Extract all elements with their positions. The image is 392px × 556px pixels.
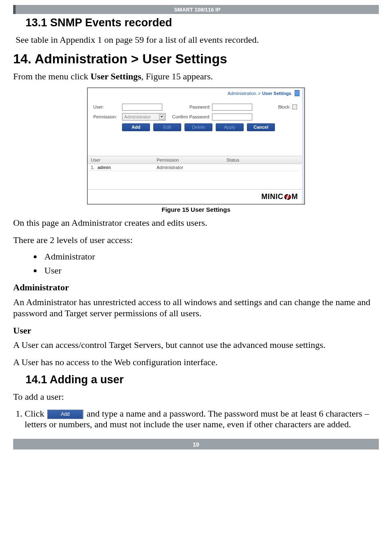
add-button-inline[interactable]: Add bbox=[47, 410, 83, 419]
permission-select-value: Administrator bbox=[124, 114, 151, 119]
minicom-logo: MINIC M bbox=[261, 192, 298, 201]
paragraph-two-levels: There are 2 levels of user access: bbox=[13, 234, 379, 246]
table-row[interactable]: 1. admin Administrator bbox=[88, 164, 299, 171]
paragraph-administrator-desc: An Administrator has unrestricted access… bbox=[13, 297, 379, 319]
list-item-user: User bbox=[42, 265, 379, 276]
edit-button[interactable]: Edit bbox=[153, 123, 181, 131]
block-label: Block: bbox=[278, 104, 291, 109]
access-levels-list: Administrator User bbox=[42, 251, 379, 276]
figure-15-caption: Figure 15 User Settings bbox=[161, 206, 231, 213]
subheading-administrator: Administrator bbox=[13, 282, 379, 293]
user-table-header: User Permission Status bbox=[88, 156, 302, 164]
footer-banner: 19 bbox=[13, 439, 379, 449]
password-label: Password: bbox=[189, 104, 210, 109]
paragraph-from-menu-c: , Figure 15 appears. bbox=[141, 71, 213, 81]
add-button[interactable]: Add bbox=[122, 123, 150, 131]
column-user: User bbox=[88, 156, 153, 164]
permission-select[interactable]: Administrator bbox=[122, 113, 166, 120]
breadcrumb-user-settings: User Settings bbox=[262, 91, 291, 96]
user-label: User: bbox=[93, 104, 120, 109]
row-username: admin bbox=[97, 165, 111, 170]
row-index: 1. bbox=[91, 165, 95, 170]
column-permission: Permission bbox=[153, 156, 223, 164]
breadcrumb-separator: > bbox=[258, 91, 261, 96]
heading-14-1: 14.1 Adding a user bbox=[25, 373, 379, 386]
breadcrumb-icon bbox=[295, 90, 300, 96]
user-input[interactable] bbox=[122, 104, 162, 111]
logo-icon bbox=[284, 194, 291, 200]
password-input[interactable] bbox=[212, 104, 252, 111]
subheading-user: User bbox=[13, 325, 379, 336]
paragraph-from-menu-b: User Settings bbox=[90, 71, 141, 81]
cancel-button[interactable]: Cancel bbox=[247, 123, 275, 131]
block-checkbox[interactable] bbox=[292, 104, 297, 109]
add-user-steps: Click Add and type a name and a password… bbox=[13, 408, 379, 430]
paragraph-see-table: See table in Appendix 1 on page 59 for a… bbox=[16, 34, 379, 46]
page-number: 19 bbox=[193, 441, 199, 448]
confirm-password-input[interactable] bbox=[212, 114, 252, 120]
svg-marker-0 bbox=[160, 116, 163, 118]
step-1: Click Add and type a name and a password… bbox=[25, 408, 379, 430]
header-banner-text: SMART 108/116 IP bbox=[174, 7, 221, 13]
heading-14: 14. Administration > User Settings bbox=[13, 51, 379, 67]
paragraph-user-desc-2: A User has no access to the Web configur… bbox=[13, 357, 379, 368]
row-status bbox=[223, 164, 299, 171]
logo-part-b: M bbox=[292, 192, 298, 201]
heading-13-1: 13.1 SNMP Events recorded bbox=[25, 16, 379, 29]
breadcrumb-administration[interactable]: Administration bbox=[228, 91, 256, 96]
paragraph-user-desc-1: A User can access/control Target Servers… bbox=[13, 339, 379, 351]
apply-button[interactable]: Apply bbox=[216, 123, 244, 131]
chevron-down-icon bbox=[159, 114, 164, 120]
list-item-administrator: Administrator bbox=[42, 251, 379, 262]
paragraph-from-menu: From the menu click User Settings, Figur… bbox=[13, 71, 379, 82]
delete-button[interactable]: Delete bbox=[184, 123, 212, 131]
step-1-text-a: Click bbox=[25, 408, 46, 419]
confirm-password-label: Confirm Password: bbox=[172, 114, 210, 119]
paragraph-to-add: To add a user: bbox=[13, 391, 379, 403]
user-settings-screenshot: Administration > User Settings User: Pas… bbox=[87, 88, 305, 204]
paragraph-from-menu-a: From the menu click bbox=[13, 71, 90, 81]
header-banner: SMART 108/116 IP bbox=[13, 5, 379, 14]
scrollbar-track[interactable] bbox=[302, 88, 304, 204]
paragraph-on-this-page: On this page an Administrator creates an… bbox=[13, 217, 379, 229]
logo-part-a: MINIC bbox=[261, 192, 284, 201]
permission-label: Permission: bbox=[93, 114, 120, 119]
column-status: Status bbox=[223, 156, 302, 164]
row-permission: Administrator bbox=[153, 164, 223, 171]
